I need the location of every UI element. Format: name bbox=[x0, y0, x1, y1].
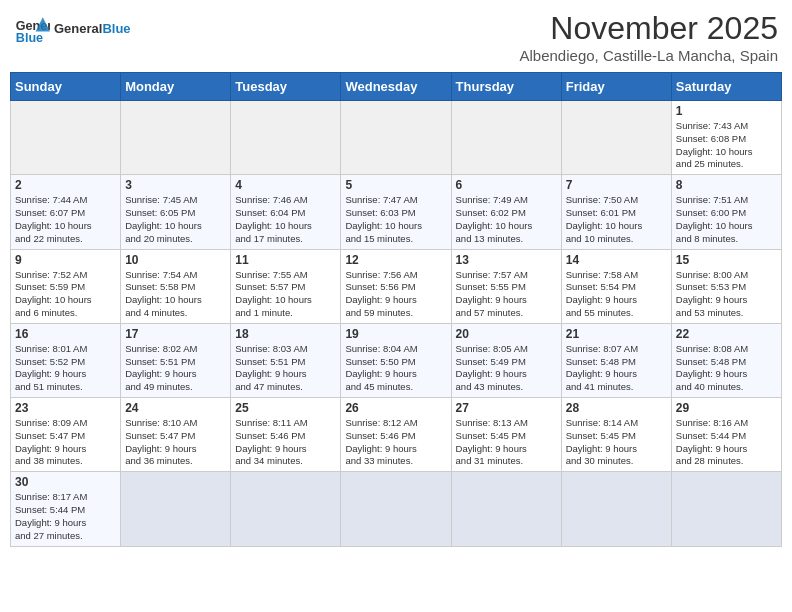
day-info: Sunrise: 7:50 AM Sunset: 6:01 PM Dayligh… bbox=[566, 194, 667, 245]
day-cell: 12Sunrise: 7:56 AM Sunset: 5:56 PM Dayli… bbox=[341, 249, 451, 323]
day-cell: 15Sunrise: 8:00 AM Sunset: 5:53 PM Dayli… bbox=[671, 249, 781, 323]
day-cell: 18Sunrise: 8:03 AM Sunset: 5:51 PM Dayli… bbox=[231, 323, 341, 397]
col-header-thursday: Thursday bbox=[451, 73, 561, 101]
day-number: 30 bbox=[15, 475, 116, 489]
col-header-sunday: Sunday bbox=[11, 73, 121, 101]
empty-day-cell bbox=[561, 101, 671, 175]
day-number: 23 bbox=[15, 401, 116, 415]
day-info: Sunrise: 8:03 AM Sunset: 5:51 PM Dayligh… bbox=[235, 343, 336, 394]
calendar-table: SundayMondayTuesdayWednesdayThursdayFrid… bbox=[10, 72, 782, 547]
day-number: 29 bbox=[676, 401, 777, 415]
day-number: 10 bbox=[125, 253, 226, 267]
day-info: Sunrise: 8:16 AM Sunset: 5:44 PM Dayligh… bbox=[676, 417, 777, 468]
day-cell: 7Sunrise: 7:50 AM Sunset: 6:01 PM Daylig… bbox=[561, 175, 671, 249]
day-info: Sunrise: 8:01 AM Sunset: 5:52 PM Dayligh… bbox=[15, 343, 116, 394]
day-cell: 20Sunrise: 8:05 AM Sunset: 5:49 PM Dayli… bbox=[451, 323, 561, 397]
day-info: Sunrise: 7:56 AM Sunset: 5:56 PM Dayligh… bbox=[345, 269, 446, 320]
day-number: 22 bbox=[676, 327, 777, 341]
day-info: Sunrise: 7:55 AM Sunset: 5:57 PM Dayligh… bbox=[235, 269, 336, 320]
day-cell: 10Sunrise: 7:54 AM Sunset: 5:58 PM Dayli… bbox=[121, 249, 231, 323]
day-number: 26 bbox=[345, 401, 446, 415]
logo: General Blue GeneralBlue bbox=[14, 10, 131, 46]
day-cell: 2Sunrise: 7:44 AM Sunset: 6:07 PM Daylig… bbox=[11, 175, 121, 249]
day-number: 21 bbox=[566, 327, 667, 341]
calendar-week-row: 16Sunrise: 8:01 AM Sunset: 5:52 PM Dayli… bbox=[11, 323, 782, 397]
day-number: 9 bbox=[15, 253, 116, 267]
logo-text: GeneralBlue bbox=[54, 21, 131, 36]
day-cell: 6Sunrise: 7:49 AM Sunset: 6:02 PM Daylig… bbox=[451, 175, 561, 249]
day-cell: 28Sunrise: 8:14 AM Sunset: 5:45 PM Dayli… bbox=[561, 398, 671, 472]
day-info: Sunrise: 7:49 AM Sunset: 6:02 PM Dayligh… bbox=[456, 194, 557, 245]
day-info: Sunrise: 7:45 AM Sunset: 6:05 PM Dayligh… bbox=[125, 194, 226, 245]
day-number: 7 bbox=[566, 178, 667, 192]
day-info: Sunrise: 7:46 AM Sunset: 6:04 PM Dayligh… bbox=[235, 194, 336, 245]
empty-day-cell bbox=[341, 472, 451, 546]
day-number: 8 bbox=[676, 178, 777, 192]
calendar-header-row: SundayMondayTuesdayWednesdayThursdayFrid… bbox=[11, 73, 782, 101]
day-number: 15 bbox=[676, 253, 777, 267]
day-info: Sunrise: 8:00 AM Sunset: 5:53 PM Dayligh… bbox=[676, 269, 777, 320]
empty-day-cell bbox=[121, 472, 231, 546]
location-subtitle: Albendiego, Castille-La Mancha, Spain bbox=[520, 47, 779, 64]
day-number: 27 bbox=[456, 401, 557, 415]
col-header-friday: Friday bbox=[561, 73, 671, 101]
day-info: Sunrise: 8:17 AM Sunset: 5:44 PM Dayligh… bbox=[15, 491, 116, 542]
day-info: Sunrise: 7:44 AM Sunset: 6:07 PM Dayligh… bbox=[15, 194, 116, 245]
day-number: 20 bbox=[456, 327, 557, 341]
day-number: 25 bbox=[235, 401, 336, 415]
day-number: 2 bbox=[15, 178, 116, 192]
day-info: Sunrise: 8:13 AM Sunset: 5:45 PM Dayligh… bbox=[456, 417, 557, 468]
title-area: November 2025 Albendiego, Castille-La Ma… bbox=[520, 10, 779, 64]
logo-icon: General Blue bbox=[14, 10, 50, 46]
day-info: Sunrise: 7:57 AM Sunset: 5:55 PM Dayligh… bbox=[456, 269, 557, 320]
day-info: Sunrise: 8:07 AM Sunset: 5:48 PM Dayligh… bbox=[566, 343, 667, 394]
day-cell: 13Sunrise: 7:57 AM Sunset: 5:55 PM Dayli… bbox=[451, 249, 561, 323]
svg-text:Blue: Blue bbox=[16, 31, 43, 45]
day-info: Sunrise: 7:58 AM Sunset: 5:54 PM Dayligh… bbox=[566, 269, 667, 320]
day-info: Sunrise: 8:14 AM Sunset: 5:45 PM Dayligh… bbox=[566, 417, 667, 468]
empty-day-cell bbox=[451, 101, 561, 175]
day-info: Sunrise: 8:11 AM Sunset: 5:46 PM Dayligh… bbox=[235, 417, 336, 468]
day-info: Sunrise: 7:54 AM Sunset: 5:58 PM Dayligh… bbox=[125, 269, 226, 320]
day-cell: 9Sunrise: 7:52 AM Sunset: 5:59 PM Daylig… bbox=[11, 249, 121, 323]
day-number: 19 bbox=[345, 327, 446, 341]
day-number: 28 bbox=[566, 401, 667, 415]
day-info: Sunrise: 8:12 AM Sunset: 5:46 PM Dayligh… bbox=[345, 417, 446, 468]
day-number: 14 bbox=[566, 253, 667, 267]
day-cell: 16Sunrise: 8:01 AM Sunset: 5:52 PM Dayli… bbox=[11, 323, 121, 397]
col-header-monday: Monday bbox=[121, 73, 231, 101]
day-info: Sunrise: 8:04 AM Sunset: 5:50 PM Dayligh… bbox=[345, 343, 446, 394]
day-number: 24 bbox=[125, 401, 226, 415]
calendar-week-row: 23Sunrise: 8:09 AM Sunset: 5:47 PM Dayli… bbox=[11, 398, 782, 472]
col-header-saturday: Saturday bbox=[671, 73, 781, 101]
day-cell: 14Sunrise: 7:58 AM Sunset: 5:54 PM Dayli… bbox=[561, 249, 671, 323]
day-cell: 30Sunrise: 8:17 AM Sunset: 5:44 PM Dayli… bbox=[11, 472, 121, 546]
empty-day-cell bbox=[121, 101, 231, 175]
day-cell: 25Sunrise: 8:11 AM Sunset: 5:46 PM Dayli… bbox=[231, 398, 341, 472]
day-cell: 19Sunrise: 8:04 AM Sunset: 5:50 PM Dayli… bbox=[341, 323, 451, 397]
day-number: 13 bbox=[456, 253, 557, 267]
empty-day-cell bbox=[341, 101, 451, 175]
day-cell: 26Sunrise: 8:12 AM Sunset: 5:46 PM Dayli… bbox=[341, 398, 451, 472]
day-number: 1 bbox=[676, 104, 777, 118]
day-cell: 17Sunrise: 8:02 AM Sunset: 5:51 PM Dayli… bbox=[121, 323, 231, 397]
day-info: Sunrise: 8:05 AM Sunset: 5:49 PM Dayligh… bbox=[456, 343, 557, 394]
day-cell: 23Sunrise: 8:09 AM Sunset: 5:47 PM Dayli… bbox=[11, 398, 121, 472]
empty-day-cell bbox=[231, 472, 341, 546]
empty-day-cell bbox=[671, 472, 781, 546]
day-cell: 3Sunrise: 7:45 AM Sunset: 6:05 PM Daylig… bbox=[121, 175, 231, 249]
day-number: 12 bbox=[345, 253, 446, 267]
day-number: 16 bbox=[15, 327, 116, 341]
day-number: 3 bbox=[125, 178, 226, 192]
day-info: Sunrise: 8:02 AM Sunset: 5:51 PM Dayligh… bbox=[125, 343, 226, 394]
day-number: 4 bbox=[235, 178, 336, 192]
day-number: 5 bbox=[345, 178, 446, 192]
day-cell: 11Sunrise: 7:55 AM Sunset: 5:57 PM Dayli… bbox=[231, 249, 341, 323]
day-number: 18 bbox=[235, 327, 336, 341]
col-header-wednesday: Wednesday bbox=[341, 73, 451, 101]
day-cell: 24Sunrise: 8:10 AM Sunset: 5:47 PM Dayli… bbox=[121, 398, 231, 472]
empty-day-cell bbox=[11, 101, 121, 175]
day-cell: 27Sunrise: 8:13 AM Sunset: 5:45 PM Dayli… bbox=[451, 398, 561, 472]
calendar-week-row: 9Sunrise: 7:52 AM Sunset: 5:59 PM Daylig… bbox=[11, 249, 782, 323]
day-info: Sunrise: 7:43 AM Sunset: 6:08 PM Dayligh… bbox=[676, 120, 777, 171]
